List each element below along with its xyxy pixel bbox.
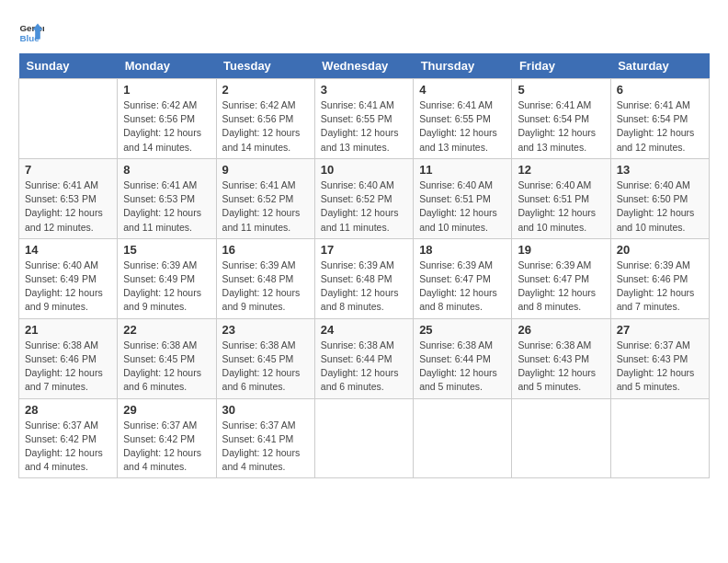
day-number: 22 — [123, 323, 210, 337]
weekday-header-row: SundayMondayTuesdayWednesdayThursdayFrid… — [19, 53, 710, 79]
day-number: 10 — [321, 163, 407, 177]
calendar-cell — [414, 398, 512, 478]
calendar-cell: 10Sunrise: 6:40 AMSunset: 6:52 PMDayligh… — [314, 158, 413, 238]
calendar-cell: 30Sunrise: 6:37 AMSunset: 6:41 PMDayligh… — [216, 398, 314, 478]
day-info: Sunrise: 6:38 AMSunset: 6:46 PMDaylight:… — [25, 339, 111, 395]
day-info: Sunrise: 6:39 AMSunset: 6:47 PMDaylight:… — [518, 259, 604, 315]
calendar-cell: 3Sunrise: 6:41 AMSunset: 6:55 PMDaylight… — [314, 79, 413, 159]
day-number: 14 — [25, 243, 111, 257]
day-info: Sunrise: 6:41 AMSunset: 6:54 PMDaylight:… — [518, 98, 604, 155]
weekday-header-saturday: Saturday — [610, 53, 709, 79]
calendar-cell: 15Sunrise: 6:39 AMSunset: 6:49 PMDayligh… — [118, 238, 216, 318]
day-info: Sunrise: 6:40 AMSunset: 6:50 PMDaylight:… — [617, 178, 703, 235]
day-info: Sunrise: 6:41 AMSunset: 6:52 PMDaylight:… — [222, 178, 309, 235]
day-number: 20 — [617, 243, 703, 257]
calendar-week-row: 28Sunrise: 6:37 AMSunset: 6:42 PMDayligh… — [19, 398, 710, 478]
day-number: 29 — [123, 403, 210, 417]
calendar-cell: 22Sunrise: 6:38 AMSunset: 6:45 PMDayligh… — [118, 318, 216, 398]
day-info: Sunrise: 6:39 AMSunset: 6:46 PMDaylight:… — [617, 259, 703, 315]
day-info: Sunrise: 6:42 AMSunset: 6:56 PMDaylight:… — [123, 98, 210, 155]
day-number: 11 — [419, 163, 506, 177]
weekday-header-sunday: Sunday — [19, 53, 118, 79]
day-number: 15 — [123, 243, 210, 257]
day-number: 12 — [518, 163, 604, 177]
calendar-week-row: 1Sunrise: 6:42 AMSunset: 6:56 PMDaylight… — [19, 79, 710, 159]
day-info: Sunrise: 6:38 AMSunset: 6:43 PMDaylight:… — [518, 339, 604, 395]
day-number: 13 — [617, 163, 703, 177]
logo: General Blue — [18, 18, 48, 44]
day-number: 30 — [222, 403, 309, 417]
day-info: Sunrise: 6:37 AMSunset: 6:42 PMDaylight:… — [123, 419, 210, 475]
day-info: Sunrise: 6:40 AMSunset: 6:49 PMDaylight:… — [25, 259, 111, 315]
calendar-header: SundayMondayTuesdayWednesdayThursdayFrid… — [19, 53, 710, 79]
day-number: 4 — [419, 83, 506, 97]
day-info: Sunrise: 6:37 AMSunset: 6:42 PMDaylight:… — [25, 419, 111, 475]
calendar-cell: 28Sunrise: 6:37 AMSunset: 6:42 PMDayligh… — [19, 398, 118, 478]
day-info: Sunrise: 6:39 AMSunset: 6:47 PMDaylight:… — [419, 259, 506, 315]
day-number: 28 — [25, 403, 111, 417]
calendar-week-row: 21Sunrise: 6:38 AMSunset: 6:46 PMDayligh… — [19, 318, 710, 398]
day-number: 9 — [222, 163, 309, 177]
day-info: Sunrise: 6:38 AMSunset: 6:44 PMDaylight:… — [419, 339, 506, 395]
day-number: 8 — [123, 163, 210, 177]
day-info: Sunrise: 6:42 AMSunset: 6:56 PMDaylight:… — [222, 98, 309, 155]
calendar-cell: 24Sunrise: 6:38 AMSunset: 6:44 PMDayligh… — [314, 318, 413, 398]
calendar-cell — [19, 79, 118, 159]
day-number: 2 — [222, 83, 309, 97]
calendar-cell: 19Sunrise: 6:39 AMSunset: 6:47 PMDayligh… — [512, 238, 610, 318]
day-number: 24 — [321, 323, 407, 337]
calendar-cell — [610, 398, 709, 478]
calendar-cell: 23Sunrise: 6:38 AMSunset: 6:45 PMDayligh… — [216, 318, 314, 398]
logo-icon: General Blue — [18, 18, 44, 44]
calendar-cell: 27Sunrise: 6:37 AMSunset: 6:43 PMDayligh… — [610, 318, 709, 398]
calendar-cell: 14Sunrise: 6:40 AMSunset: 6:49 PMDayligh… — [19, 238, 118, 318]
day-number: 3 — [321, 83, 407, 97]
calendar-cell: 7Sunrise: 6:41 AMSunset: 6:53 PMDaylight… — [19, 158, 118, 238]
day-info: Sunrise: 6:41 AMSunset: 6:54 PMDaylight:… — [617, 98, 703, 155]
calendar-cell: 2Sunrise: 6:42 AMSunset: 6:56 PMDaylight… — [216, 79, 314, 159]
day-number: 21 — [25, 323, 111, 337]
calendar-cell: 12Sunrise: 6:40 AMSunset: 6:51 PMDayligh… — [512, 158, 610, 238]
weekday-header-wednesday: Wednesday — [314, 53, 413, 79]
calendar-table: SundayMondayTuesdayWednesdayThursdayFrid… — [18, 53, 710, 478]
day-info: Sunrise: 6:39 AMSunset: 6:48 PMDaylight:… — [222, 259, 309, 315]
calendar-cell: 25Sunrise: 6:38 AMSunset: 6:44 PMDayligh… — [414, 318, 512, 398]
day-info: Sunrise: 6:37 AMSunset: 6:41 PMDaylight:… — [222, 419, 309, 475]
day-info: Sunrise: 6:39 AMSunset: 6:49 PMDaylight:… — [123, 259, 210, 315]
calendar-cell — [512, 398, 610, 478]
calendar-cell: 26Sunrise: 6:38 AMSunset: 6:43 PMDayligh… — [512, 318, 610, 398]
day-number: 16 — [222, 243, 309, 257]
calendar-cell: 16Sunrise: 6:39 AMSunset: 6:48 PMDayligh… — [216, 238, 314, 318]
weekday-header-monday: Monday — [118, 53, 216, 79]
day-number: 1 — [123, 83, 210, 97]
calendar-body: 1Sunrise: 6:42 AMSunset: 6:56 PMDaylight… — [19, 79, 710, 478]
day-info: Sunrise: 6:41 AMSunset: 6:55 PMDaylight:… — [419, 98, 506, 155]
weekday-header-thursday: Thursday — [414, 53, 512, 79]
weekday-header-friday: Friday — [512, 53, 610, 79]
day-info: Sunrise: 6:40 AMSunset: 6:51 PMDaylight:… — [419, 178, 506, 235]
calendar-cell: 17Sunrise: 6:39 AMSunset: 6:48 PMDayligh… — [314, 238, 413, 318]
calendar-cell: 8Sunrise: 6:41 AMSunset: 6:53 PMDaylight… — [118, 158, 216, 238]
day-info: Sunrise: 6:41 AMSunset: 6:53 PMDaylight:… — [123, 178, 210, 235]
day-number: 27 — [617, 323, 703, 337]
calendar-week-row: 7Sunrise: 6:41 AMSunset: 6:53 PMDaylight… — [19, 158, 710, 238]
calendar-week-row: 14Sunrise: 6:40 AMSunset: 6:49 PMDayligh… — [19, 238, 710, 318]
day-info: Sunrise: 6:41 AMSunset: 6:55 PMDaylight:… — [321, 98, 407, 155]
calendar-cell: 29Sunrise: 6:37 AMSunset: 6:42 PMDayligh… — [118, 398, 216, 478]
day-number: 5 — [518, 83, 604, 97]
day-info: Sunrise: 6:38 AMSunset: 6:45 PMDaylight:… — [222, 339, 309, 395]
day-number: 6 — [617, 83, 703, 97]
day-info: Sunrise: 6:39 AMSunset: 6:48 PMDaylight:… — [321, 259, 407, 315]
day-number: 26 — [518, 323, 604, 337]
calendar-cell: 18Sunrise: 6:39 AMSunset: 6:47 PMDayligh… — [414, 238, 512, 318]
day-number: 23 — [222, 323, 309, 337]
calendar-cell: 13Sunrise: 6:40 AMSunset: 6:50 PMDayligh… — [610, 158, 709, 238]
day-number: 7 — [25, 163, 111, 177]
calendar-cell: 11Sunrise: 6:40 AMSunset: 6:51 PMDayligh… — [414, 158, 512, 238]
calendar-cell: 9Sunrise: 6:41 AMSunset: 6:52 PMDaylight… — [216, 158, 314, 238]
calendar-cell: 6Sunrise: 6:41 AMSunset: 6:54 PMDaylight… — [610, 79, 709, 159]
day-number: 17 — [321, 243, 407, 257]
calendar-cell: 1Sunrise: 6:42 AMSunset: 6:56 PMDaylight… — [118, 79, 216, 159]
calendar-cell — [314, 398, 413, 478]
day-number: 18 — [419, 243, 506, 257]
